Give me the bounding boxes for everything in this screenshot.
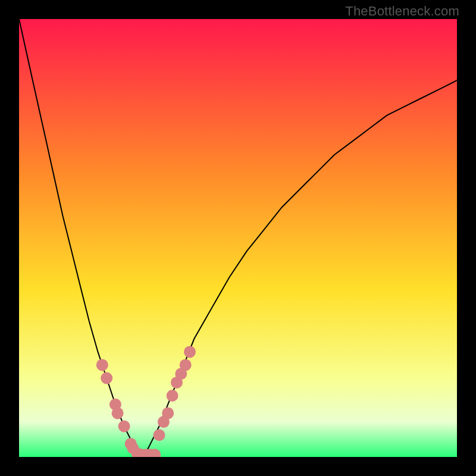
curve-dot	[101, 372, 112, 384]
gradient-background	[19, 19, 457, 457]
curve-dot	[162, 407, 174, 419]
watermark-text: TheBottleneck.com	[345, 4, 459, 19]
curve-dot	[118, 421, 130, 433]
curve-dot	[184, 346, 196, 358]
curve-dot	[112, 407, 124, 419]
chart-svg	[19, 19, 457, 457]
curve-dot	[167, 390, 178, 402]
chart-frame: TheBottleneck.com	[0, 0, 476, 476]
curve-dot	[96, 359, 108, 371]
chart-plot-area	[19, 19, 457, 457]
curve-dot	[180, 359, 192, 371]
curve-dot	[154, 429, 165, 441]
